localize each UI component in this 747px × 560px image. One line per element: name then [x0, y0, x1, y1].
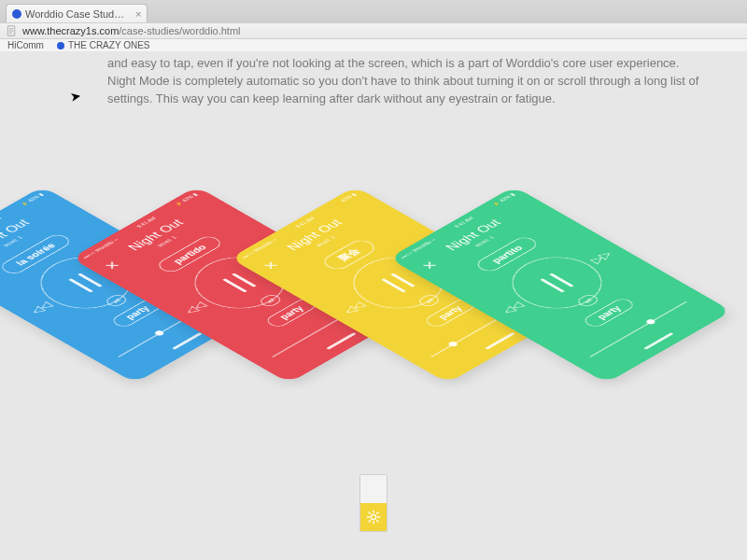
svg-line-12	[377, 512, 378, 513]
svg-line-11	[369, 521, 370, 522]
prev-icon[interactable]: ◁◁	[181, 300, 209, 315]
bookmark-thecrazyones[interactable]: THE CRAZY ONES	[57, 40, 150, 50]
toggle-day-half[interactable]	[360, 503, 387, 531]
pause-icon	[381, 273, 416, 292]
slider-knob[interactable]	[447, 341, 459, 347]
tab-title: Worddio Case Study – The	[25, 8, 128, 20]
home-indicator	[172, 332, 203, 350]
svg-line-10	[377, 521, 378, 522]
mouse-cursor-icon: ➤	[69, 88, 83, 105]
tab-close-icon[interactable]: ×	[135, 8, 141, 20]
svg-line-9	[369, 512, 370, 513]
status-time: 9:41 AM	[453, 217, 475, 230]
url-path: /case-studies/worddio.html	[119, 25, 240, 36]
home-indicator	[485, 332, 515, 350]
prev-icon[interactable]: ◁◁	[340, 300, 368, 315]
prev-icon[interactable]: ◁◁	[27, 300, 55, 315]
prev-icon[interactable]: ◁◁	[499, 300, 527, 315]
pause-icon	[68, 273, 103, 292]
url-text: www.thecrazy1s.com/case-studies/worddio.…	[22, 25, 241, 36]
bookmark-favicon-icon	[57, 42, 64, 49]
isometric-stage: •••○○ Worddio ⌁ 9:41 AM ⚡ 42% ▮ ✕ Night …	[0, 131, 747, 448]
bookmark-hicomm[interactable]: HiComm	[7, 40, 44, 50]
address-bar[interactable]: www.thecrazy1s.com/case-studies/worddio.…	[0, 22, 747, 39]
day-night-toggle[interactable]	[359, 474, 388, 532]
sun-icon	[366, 510, 381, 525]
bookmark-label: HiComm	[7, 40, 44, 50]
toggle-night-half[interactable]	[360, 475, 387, 503]
bookmark-label: THE CRAZY ONES	[68, 40, 150, 50]
page-content: ➤ and easy to tap, even if you're not lo…	[0, 51, 747, 560]
page-icon	[6, 25, 17, 36]
status-time: 9:41 AM	[294, 217, 317, 230]
next-icon[interactable]: ▷▷	[586, 249, 614, 265]
browser-chrome: Worddio Case Study – The × www.thecrazy1…	[0, 0, 747, 51]
tab-bar: Worddio Case Study – The ×	[0, 0, 747, 22]
slider-knob[interactable]	[154, 329, 166, 336]
home-indicator	[326, 332, 357, 350]
browser-tab[interactable]: Worddio Case Study – The ×	[6, 4, 148, 22]
favicon-icon	[12, 9, 21, 19]
body-copy: and easy to tap, even if you're not look…	[107, 55, 710, 108]
status-time: 9:41 AM	[135, 217, 158, 230]
url-host: www.thecrazy1s.com	[22, 25, 119, 36]
slider-knob[interactable]	[644, 318, 656, 325]
home-indicator	[643, 332, 674, 350]
bookmarks-bar: HiComm THE CRAZY ONES	[0, 39, 747, 52]
pause-icon	[540, 273, 574, 292]
pause-icon	[222, 273, 257, 292]
svg-point-4	[371, 514, 375, 519]
